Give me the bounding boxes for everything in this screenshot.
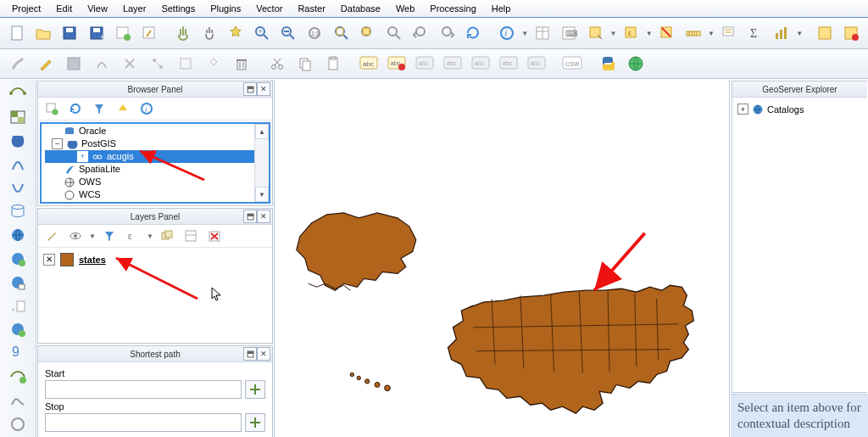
menu-web[interactable]: Web [389,2,421,15]
zoom-in-button[interactable]: + [250,20,274,46]
menu-layer[interactable]: Layer [116,2,153,15]
layers-group-button[interactable] [157,226,177,246]
browser-add-button[interactable] [42,98,62,119]
sp-start-pick-button[interactable] [245,380,265,399]
map-canvas[interactable] [275,80,730,437]
zoom-to-layer-button[interactable] [382,20,406,46]
expand-minus-icon[interactable]: − [52,138,63,149]
open-attribute-table-button[interactable] [531,20,554,46]
pan-button[interactable] [198,20,221,46]
add-wms-layer-button[interactable] [3,225,33,246]
cut-button[interactable] [264,51,290,76]
layers-remove-button[interactable] [204,226,225,246]
pan-to-selection-button[interactable] [224,20,248,46]
menu-vector[interactable]: Vector [249,2,289,15]
label-config-button[interactable]: abc [384,51,409,76]
menu-raster[interactable]: Raster [291,2,331,15]
node-tool-button[interactable] [145,51,170,76]
label-abc-button[interactable]: abc [356,51,381,76]
identify-button[interactable]: i [495,20,519,46]
label-show-button[interactable]: abc [524,51,549,76]
add-raster-layer-button[interactable] [3,107,33,128]
identify-dropdown[interactable]: ▼ [521,22,528,44]
expand-plus-icon[interactable]: + [737,104,748,115]
sp-undock-button[interactable] [243,347,257,361]
measure-dropdown[interactable]: ▼ [708,22,715,44]
deselect-button[interactable] [655,20,679,46]
brush-grey-a[interactable] [5,51,31,76]
tree-item-spatialite[interactable]: SpatiaLite [45,163,265,176]
layers-visibility-button[interactable] [65,226,86,246]
browser-scrollbar[interactable]: ▲ ▼ [254,124,269,202]
menu-view[interactable]: View [81,2,114,15]
browser-collapse-button[interactable] [113,98,133,119]
add-mssql-layer-button[interactable] [3,177,33,199]
label-rotate-button[interactable]: abc [468,51,493,76]
tool-yellow-a[interactable] [813,20,837,46]
edit-toggle-button[interactable] [33,51,58,76]
new-project-button[interactable] [5,20,29,46]
select-expr-dropdown[interactable]: ▼ [646,22,653,44]
add-postgis-layer-button[interactable] [3,131,33,152]
add-wfs-layer-button[interactable] [3,272,33,293]
new-shapefile-button[interactable] [3,367,33,388]
zoom-out-button[interactable] [276,20,300,46]
sp-stop-input[interactable] [45,413,242,432]
layers-list[interactable]: ✕ states [38,248,272,343]
add-oracle-layer-button[interactable] [3,201,33,222]
browser-refresh-button[interactable] [65,98,86,119]
stats-button[interactable] [770,20,793,46]
add-spatialite-layer-button[interactable] [3,154,33,175]
zoom-full-button[interactable] [329,20,353,46]
refresh-button[interactable] [461,20,485,46]
browser-close-button[interactable]: ✕ [257,82,270,96]
add-vector-layer-button[interactable] [3,83,33,104]
add-wcs-layer-button[interactable] [3,249,33,270]
menu-settings[interactable]: Settings [154,2,202,15]
geoserver-tree[interactable]: + Catalogs [732,98,867,392]
menu-processing[interactable]: Processing [423,2,482,15]
measure-button[interactable] [682,20,705,46]
save-as-button[interactable]: + [84,20,108,46]
paste-button[interactable] [320,51,346,76]
open-project-button[interactable] [31,20,55,46]
label-change-button[interactable]: abc [496,51,521,76]
grey-tool-d[interactable] [201,51,226,76]
zoom-to-selection-button[interactable] [356,20,380,46]
tool-yellow-b[interactable] [839,20,863,46]
expand-plus-icon[interactable]: + [77,151,88,162]
browser-properties-button[interactable]: i [136,98,157,119]
add-csv-layer-button[interactable]: , [3,295,33,317]
browser-tree[interactable]: Oracle − PostGIS + acugis SpatiaLit [40,122,270,204]
tree-item-catalogs[interactable]: + Catalogs [737,103,862,115]
layers-expression-button[interactable]: ε [123,226,143,246]
map-tips-button[interactable] [717,20,741,46]
sp-close-button[interactable]: ✕ [257,347,270,361]
tool-9[interactable]: 9 [3,343,33,364]
globe-green-button[interactable] [623,51,648,76]
save-button[interactable] [58,20,81,46]
layers-expand-button[interactable] [181,226,201,246]
layers-close-button[interactable]: ✕ [257,210,270,223]
tree-item-acugis[interactable]: + acugis [45,150,265,163]
layer-checkbox[interactable]: ✕ [43,254,55,266]
zoom-last-button[interactable] [409,20,432,46]
move-feature-button[interactable] [117,51,142,76]
menu-project[interactable]: Project [5,2,47,15]
zoom-native-button[interactable]: 1:1 [303,20,326,46]
sp-stop-pick-button[interactable] [245,413,265,432]
bookmarks-button[interactable]: Σ [743,20,767,46]
new-gpx-button[interactable] [3,413,33,434]
tree-item-wcs[interactable]: WCS [45,188,265,201]
delete-button[interactable] [229,51,254,76]
tree-item-postgis[interactable]: − PostGIS [45,137,265,150]
menu-edit[interactable]: Edit [49,2,79,15]
select-by-expression-button[interactable]: ε [620,20,643,46]
csw-button[interactable]: CSW [559,51,585,76]
composer-manager-button[interactable] [137,20,161,46]
new-composer-button[interactable] [111,20,135,46]
copy-button[interactable] [292,51,318,76]
sp-start-input[interactable] [45,380,242,399]
field-calc-button[interactable]: ⌨ [557,20,581,46]
browser-filter-button[interactable] [89,98,109,119]
